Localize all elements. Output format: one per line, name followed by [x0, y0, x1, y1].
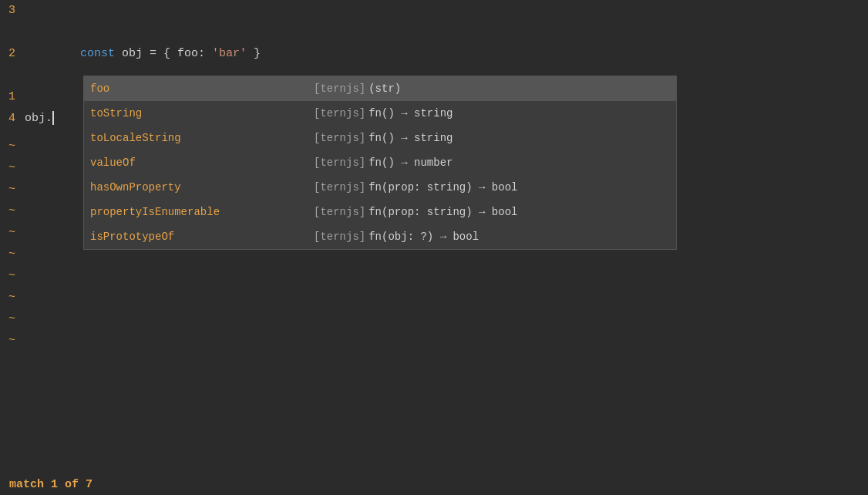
ac-name-valueof: valueOf [90, 153, 314, 173]
autocomplete-item-valueof[interactable]: valueOf [ternjs] fn() → number [84, 150, 676, 175]
ac-type-isprototypeof: fn(obj: ?) → bool [368, 227, 479, 247]
ac-source-isprototypeof: [ternjs] [314, 227, 365, 247]
tilde-9: ~ [0, 222, 25, 244]
ac-name-foo: foo [90, 79, 314, 99]
ac-type-tolocalestring: fn() → string [368, 128, 453, 148]
ac-source-propertyisenumerable: [ternjs] [314, 202, 365, 222]
ac-type-propertyisenumerable: fn(prop: string) → bool [368, 202, 517, 222]
keyword-const: const [80, 47, 115, 60]
autocomplete-item-tostring[interactable]: toString [ternjs] fn() → string [84, 101, 676, 126]
text-cursor [52, 111, 54, 125]
autocomplete-dropdown: foo [ternjs] (str) toString [ternjs] fn(… [83, 76, 677, 250]
autocomplete-item-tolocalestring[interactable]: toLocaleString [ternjs] fn() → string [84, 126, 676, 150]
ac-type-tostring: fn() → string [368, 103, 453, 123]
ac-source-hasownproperty: [ternjs] [314, 177, 365, 197]
empty-line-12: ~ [0, 287, 868, 308]
code-line-3: 3 [0, 0, 868, 22]
empty-line-11: ~ [0, 265, 868, 287]
empty-line-14: ~ [0, 330, 868, 352]
ac-name-propertyisenumerable: propertyIsEnumerable [90, 202, 314, 222]
ac-source-tolocalestring: [ternjs] [314, 128, 365, 148]
tilde-7: ~ [0, 179, 25, 200]
ac-name-isprototypeof: isPrototypeOf [90, 227, 314, 247]
editor: 3 2 const obj = { foo: 'bar' } 1 4 obj. … [0, 0, 868, 495]
tilde-5: ~ [0, 136, 25, 157]
status-bar: match 1 of 7 [0, 473, 868, 495]
empty-line-13: ~ [0, 308, 868, 330]
autocomplete-item-hasownproperty[interactable]: hasOwnProperty [ternjs] fn(prop: string)… [84, 175, 676, 200]
tilde-13: ~ [0, 308, 25, 330]
tilde-10: ~ [0, 244, 25, 265]
tilde-6: ~ [0, 157, 25, 179]
ac-source-tostring: [ternjs] [314, 103, 365, 123]
line-number-4: 4 [0, 108, 25, 130]
ac-type-valueof: fn() → number [368, 153, 453, 173]
string-bar: 'bar' [212, 47, 247, 60]
status-text: match 1 of 7 [9, 478, 93, 491]
ac-name-tostring: toString [90, 103, 314, 123]
line-number-2: 2 [0, 43, 25, 65]
autocomplete-item-foo[interactable]: foo [ternjs] (str) [84, 76, 676, 101]
ac-type-foo: (str) [368, 79, 401, 99]
line-number-3: 3 [0, 0, 25, 22]
tilde-12: ~ [0, 287, 25, 308]
tilde-14: ~ [0, 330, 25, 352]
line-content-4: obj. [25, 108, 54, 130]
ac-name-hasownproperty: hasOwnProperty [90, 177, 314, 197]
ac-source-valueof: [ternjs] [314, 153, 365, 173]
tilde-8: ~ [0, 200, 25, 222]
line-number-1: 1 [0, 86, 25, 108]
ac-type-hasownproperty: fn(prop: string) → bool [368, 177, 517, 197]
autocomplete-item-propertyisenumerable[interactable]: propertyIsEnumerable [ternjs] fn(prop: s… [84, 200, 676, 224]
tilde-11: ~ [0, 265, 25, 287]
autocomplete-item-isprototypeof[interactable]: isPrototypeOf [ternjs] fn(obj: ?) → bool [84, 224, 676, 249]
ac-source-foo: [ternjs] [314, 79, 365, 99]
ac-name-tolocalestring: toLocaleString [90, 128, 314, 148]
